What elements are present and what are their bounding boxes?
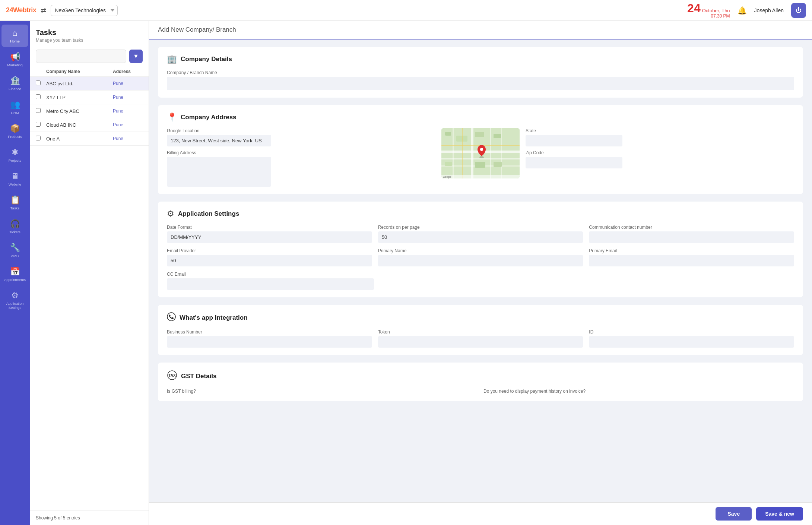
row-checkbox-wrapper [36,80,46,86]
primary-email-input[interactable] [589,255,794,266]
power-button[interactable]: ⏻ [791,3,806,18]
save-new-button[interactable]: Save & new [756,507,803,521]
google-location-group: Google Location [167,128,435,146]
whatsapp-grid: Business Number Token ID [167,329,794,348]
id-group: ID [589,329,794,348]
sidebar-label-crm: CRM [11,111,19,115]
content-header: Add New Company/ Branch [149,21,812,39]
whatsapp-icon [167,312,176,323]
sidebar-item-projects[interactable]: ✱ Projects [1,144,28,166]
sidebar-item-marketing[interactable]: 📢 Marketing [1,48,28,71]
content-title: Add New Company/ Branch [158,26,236,33]
right-content: 🏢 Company Details Company / Branch Name … [149,39,812,502]
sidebar-label-website: Website [9,182,21,186]
row-checkbox[interactable] [36,122,41,127]
app-settings-grid-row3: CC Email [167,272,794,290]
sidebar-item-website[interactable]: 🖥 Website [1,168,28,190]
email-provider-input[interactable] [167,255,372,266]
sidebar-label-marketing: Marketing [7,63,23,67]
token-group: Token [378,329,583,348]
th-address: Address [113,69,143,74]
company-select[interactable]: NexGen Technologies [51,5,118,16]
svg-rect-8 [445,132,451,136]
id-input[interactable] [589,336,794,348]
billing-address-label: Billing Address [167,150,435,155]
company-address-cell: Pune [113,136,143,141]
table-row[interactable]: ABC pvt Ltd. Pune [30,77,149,91]
row-checkbox[interactable] [36,108,41,113]
billing-address-input[interactable] [167,157,271,187]
logo: 24Webtrix [6,6,36,14]
state-group: State [526,128,794,146]
date-format-label: Date Format [167,225,372,230]
left-panel-header: Tasks Manage you team tasks [30,21,149,47]
company-address-cell: Pune [113,95,143,100]
sidebar-label-products: Products [8,135,22,139]
transfer-icon[interactable]: ⇄ [41,6,46,15]
company-branch-name-input[interactable] [167,77,794,90]
th-company-name: Company Name [46,69,113,74]
date-day: 24 [687,2,701,14]
table-row[interactable]: XYZ LLP Pune [30,91,149,104]
primary-name-input[interactable] [378,255,583,266]
sidebar-item-amc[interactable]: 🔧 AMC [1,239,28,262]
sidebar-item-products[interactable]: 📦 Products [1,120,28,142]
company-name-cell: Cloud AB INC [46,122,113,128]
table-row[interactable]: Cloud AB INC Pune [30,118,149,132]
gst-icon: TAX [167,370,177,383]
state-input[interactable] [526,135,622,146]
logo-accent: 24 [6,6,13,14]
topbar-right: 24 October, Thu 07.30 PM 🔔 Joseph Allen … [687,2,806,19]
finance-icon: 🏦 [10,76,20,86]
date-display: 24 October, Thu 07.30 PM [687,2,730,19]
svg-rect-10 [475,132,484,137]
cc-email-input[interactable] [167,278,374,290]
sidebar-label-app-settings: Application Settings [4,301,25,310]
marketing-icon: 📢 [10,52,20,62]
table-row[interactable]: Metro City ABC Pune [30,104,149,118]
sidebar-item-app-settings[interactable]: ⚙ Application Settings [1,287,28,313]
projects-icon: ✱ [12,148,18,157]
sidebar-item-crm[interactable]: 👥 CRM [1,96,28,118]
whatsapp-header: What's app Integration [167,312,794,323]
records-per-page-input[interactable] [378,231,583,243]
sidebar-label-amc: AMC [11,254,19,258]
row-checkbox[interactable] [36,94,41,99]
website-icon: 🖥 [11,171,19,181]
filter-button[interactable]: ▼ [129,50,143,63]
svg-point-17 [479,156,484,158]
company-list: ABC pvt Ltd. Pune XYZ LLP Pune Metro Cit… [30,77,149,510]
google-location-input[interactable] [167,135,271,146]
sidebar-item-home[interactable]: ⌂ Home [1,25,28,47]
company-details-icon: 🏢 [167,54,177,64]
token-input[interactable] [378,336,583,348]
sidebar-item-finance[interactable]: 🏦 Finance [1,72,28,95]
business-number-input[interactable] [167,336,372,348]
appointments-icon: 📅 [10,267,20,276]
date-format-input[interactable] [167,231,372,243]
zip-code-input[interactable] [526,157,622,168]
row-checkbox[interactable] [36,136,41,140]
bell-icon[interactable]: 🔔 [738,6,747,15]
company-name-cell: XYZ LLP [46,95,113,100]
company-details-header: 🏢 Company Details [167,54,794,64]
svg-rect-4 [471,128,473,178]
sidebar-item-tasks[interactable]: 📋 Tasks [1,192,28,214]
sidebar-item-tickets[interactable]: 🎧 Tickets [1,215,28,238]
comm-contact-input[interactable] [589,231,794,243]
table-row[interactable]: One A Pune [30,132,149,146]
company-address-icon: 📍 [167,113,177,122]
sidebar-item-appointments[interactable]: 📅 Appointments [1,263,28,285]
primary-name-label: Primary Name [378,248,583,253]
sidebar-label-tasks: Tasks [10,206,19,210]
save-button[interactable]: Save [716,507,752,521]
products-icon: 📦 [10,124,20,133]
business-number-label: Business Number [167,329,372,335]
row-checkbox[interactable] [36,80,41,85]
svg-rect-6 [453,128,454,178]
svg-point-18 [480,148,483,151]
sidebar-label-appointments: Appointments [4,278,26,282]
table-header: Company Name Address [30,67,149,77]
search-input[interactable] [36,50,126,63]
gst-title: GST Details [181,373,216,380]
